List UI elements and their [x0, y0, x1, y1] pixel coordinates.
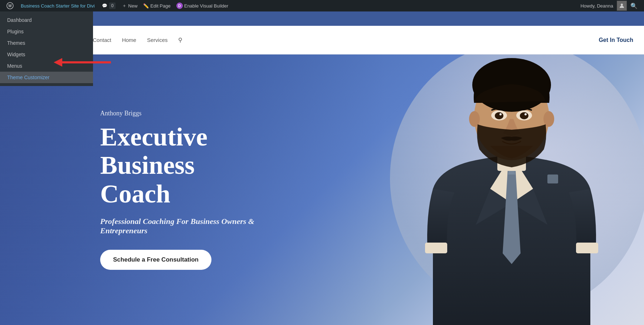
hero-subtitle: Professional Coaching For Business Owner…	[100, 217, 286, 235]
svg-point-17	[525, 113, 527, 115]
nav-search-icon[interactable]: ⚲	[178, 37, 182, 43]
svg-point-15	[520, 112, 528, 119]
admin-search-icon[interactable]: 🔍	[627, 3, 641, 9]
wp-logo[interactable]: W	[3, 0, 17, 11]
svg-point-11	[543, 111, 554, 127]
admin-bar: W Business Coach Starter Site for Divi 💬…	[0, 0, 644, 11]
comments-count: 0	[109, 3, 116, 9]
red-arrow-indicator	[54, 55, 111, 70]
hero-content: Anthony Briggs Executive Business Coach …	[0, 110, 286, 270]
dropdown-theme-customizer[interactable]: Theme Customizer	[0, 72, 93, 83]
svg-rect-20	[576, 243, 598, 253]
dropdown-dashboard[interactable]: Dashboard	[0, 14, 93, 26]
howdy-text: Howdy, Deanna	[577, 3, 617, 9]
svg-rect-19	[425, 243, 447, 253]
get-in-touch-link[interactable]: Get In Touch	[599, 37, 633, 43]
svg-text:W: W	[8, 4, 12, 8]
new-button[interactable]: ＋ New	[119, 0, 140, 11]
dropdown-plugins[interactable]: Plugins	[0, 26, 93, 37]
nav-home[interactable]: Home	[122, 37, 136, 43]
edit-page-button[interactable]: ✏️ Edit Page	[140, 0, 173, 11]
hero-person-name: Anthony Briggs	[100, 110, 286, 117]
nav-services[interactable]: Services	[147, 37, 168, 43]
site-header: D About Blog Contact Home Services ⚲ Get…	[0, 26, 644, 54]
visual-builder-button[interactable]: D Enable Visual Builder	[174, 0, 231, 11]
svg-marker-4	[54, 58, 62, 67]
schedule-consultation-button[interactable]: Schedule a Free Consultation	[100, 250, 211, 270]
svg-point-14	[495, 112, 503, 119]
site-name[interactable]: Business Coach Starter Site for Divi	[17, 0, 98, 11]
user-avatar[interactable]	[617, 1, 627, 11]
svg-point-2	[621, 4, 623, 6]
hero-section: Anthony Briggs Executive Business Coach …	[0, 54, 644, 325]
hero-title: Executive Business Coach	[100, 123, 286, 208]
dropdown-themes[interactable]: Themes	[0, 37, 93, 49]
appearance-dropdown: Dashboard Plugins Themes Widgets Menus T…	[0, 11, 93, 86]
hero-person-image	[290, 54, 644, 325]
top-bar: hello@divibusiness.com	[0, 11, 644, 26]
admin-bar-right: Howdy, Deanna 🔍	[577, 1, 641, 11]
svg-point-16	[499, 113, 502, 115]
nav-contact[interactable]: Contact	[93, 37, 111, 43]
comments-item[interactable]: 💬 0	[98, 0, 119, 11]
svg-rect-18	[547, 175, 558, 183]
main-nav: About Blog Contact Home Services ⚲	[47, 37, 599, 43]
svg-point-10	[469, 111, 480, 127]
